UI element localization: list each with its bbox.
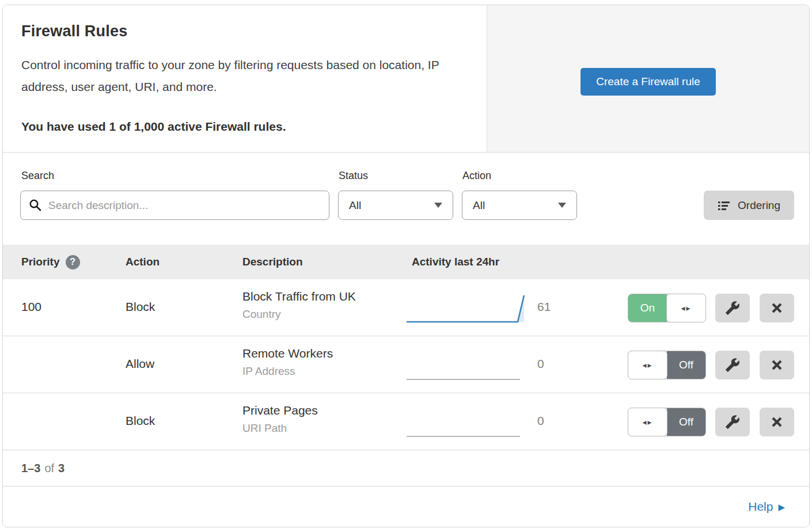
- chevron-down-icon: [434, 203, 442, 208]
- page-title: Firewall Rules: [21, 22, 468, 40]
- rule-enabled-toggle[interactable]: ◂▸ Off: [628, 351, 706, 379]
- search-field-wrap: [20, 191, 329, 220]
- close-icon: [770, 301, 784, 315]
- wrench-icon: [725, 415, 740, 430]
- filter-bar: Search Status Action All All Ordering: [3, 153, 809, 245]
- action-select-value: All: [473, 199, 485, 212]
- help-link-label: Help: [748, 500, 773, 514]
- rule-enabled-toggle[interactable]: ◂▸ Off: [628, 408, 706, 436]
- rule-action: Block: [126, 414, 155, 428]
- rule-description-title: Private Pages: [242, 404, 318, 417]
- toggle-on-label: On: [628, 294, 667, 322]
- edit-rule-button[interactable]: [715, 294, 750, 322]
- help-link[interactable]: Help ▶: [748, 500, 785, 514]
- create-firewall-rule-button[interactable]: Create a Firewall rule: [580, 68, 716, 96]
- table-row: Block Private Pages URI Path 0 ◂▸ Off: [3, 393, 809, 450]
- activity-count: 0: [537, 414, 544, 428]
- pagination-of: of: [44, 462, 54, 475]
- ordering-list-icon: [718, 200, 730, 211]
- header: Firewall Rules Control incoming traffic …: [3, 5, 809, 153]
- help-bar: Help ▶: [3, 487, 809, 527]
- header-action-panel: Create a Firewall rule: [487, 5, 809, 152]
- rule-type: URI Path: [242, 422, 318, 435]
- chevron-down-icon: [558, 203, 566, 208]
- close-icon: [770, 358, 784, 372]
- toggle-handle-arrows-icon: ◂▸: [666, 294, 706, 322]
- toggle-handle-arrows-icon: ◂▸: [628, 351, 667, 379]
- rule-description: Remote Workers IP Address: [242, 347, 333, 378]
- rule-enabled-toggle[interactable]: On ◂▸: [628, 294, 706, 322]
- pagination-bar: 1–3 of 3: [3, 450, 809, 487]
- column-header-description: Description: [242, 256, 303, 268]
- activity-count: 61: [537, 300, 551, 314]
- wrench-icon: [725, 358, 740, 373]
- close-icon: [770, 415, 784, 429]
- pagination-range: 1–3: [21, 462, 40, 475]
- pagination-total: 3: [58, 462, 64, 475]
- rule-action: Block: [126, 300, 155, 314]
- status-label: Status: [339, 170, 368, 182]
- toggle-off-label: Off: [667, 408, 705, 436]
- status-select[interactable]: All: [338, 191, 453, 220]
- header-text-block: Firewall Rules Control incoming traffic …: [3, 5, 487, 152]
- toggle-off-label: Off: [667, 351, 705, 379]
- rule-priority: 100: [21, 300, 41, 314]
- column-header-activity: Activity last 24hr: [412, 256, 499, 268]
- toggle-handle-arrows-icon: ◂▸: [628, 408, 667, 436]
- action-label: Action: [462, 170, 491, 182]
- delete-rule-button[interactable]: [760, 408, 794, 436]
- edit-rule-button[interactable]: [715, 351, 750, 379]
- activity-count: 0: [537, 357, 544, 371]
- delete-rule-button[interactable]: [760, 294, 794, 322]
- column-header-action: Action: [126, 256, 160, 268]
- search-icon: [29, 199, 41, 211]
- help-arrow-icon: ▶: [778, 502, 785, 512]
- table-header-row: Priority ? Action Description Activity l…: [3, 245, 809, 279]
- delete-rule-button[interactable]: [760, 351, 794, 379]
- rule-description: Block Traffic from UK Country: [242, 290, 356, 321]
- usage-note: You have used 1 of 1,000 active Firewall…: [21, 120, 468, 134]
- status-select-value: All: [349, 199, 361, 212]
- edit-rule-button[interactable]: [715, 408, 750, 436]
- rule-type: IP Address: [242, 365, 333, 378]
- search-label: Search: [21, 170, 54, 182]
- rule-description: Private Pages URI Path: [242, 404, 318, 435]
- activity-sparkline: [405, 349, 527, 382]
- firewall-rules-card: Firewall Rules Control incoming traffic …: [2, 5, 810, 527]
- column-header-priority: Priority: [21, 256, 60, 268]
- table-row: 100 Block Block Traffic from UK Country …: [3, 279, 809, 336]
- action-select[interactable]: All: [462, 191, 577, 220]
- rule-description-title: Remote Workers: [242, 347, 333, 360]
- activity-sparkline: [405, 406, 527, 439]
- rule-action: Allow: [126, 357, 154, 371]
- rule-description-title: Block Traffic from UK: [242, 290, 356, 303]
- search-input[interactable]: [20, 191, 329, 220]
- activity-sparkline: [405, 292, 527, 325]
- page-description: Control incoming traffic to your zone by…: [21, 54, 468, 98]
- table-row: Allow Remote Workers IP Address 0 ◂▸ Off: [3, 336, 809, 393]
- ordering-button-label: Ordering: [738, 199, 780, 212]
- rule-type: Country: [242, 308, 356, 321]
- ordering-button[interactable]: Ordering: [704, 191, 794, 220]
- wrench-icon: [725, 301, 740, 316]
- priority-help-icon[interactable]: ?: [66, 255, 80, 269]
